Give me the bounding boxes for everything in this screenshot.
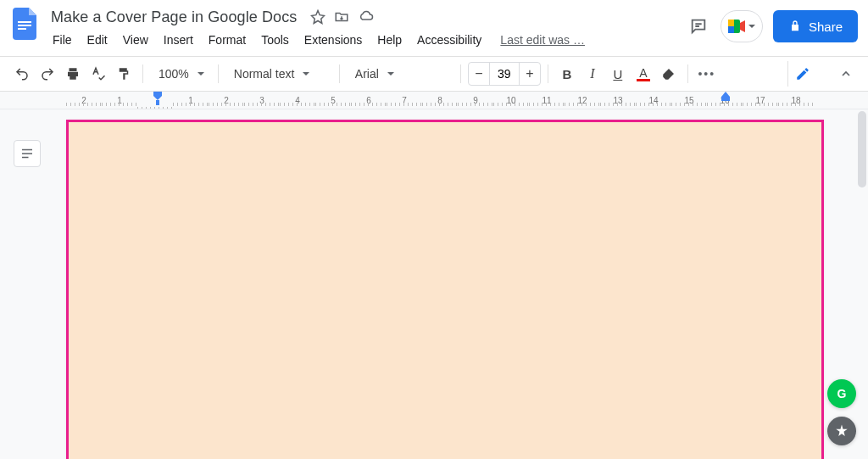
ruler-tick: 15 [671,96,707,105]
svg-rect-5 [728,26,734,33]
toolbar: 100% Normal text Arial − + B I U A ••• [0,57,868,92]
ruler-tick: 14 [636,96,671,105]
chevron-down-icon [748,25,755,28]
redo-button[interactable] [36,62,59,86]
ruler-tick: 2 [209,96,244,105]
svg-rect-2 [18,28,26,30]
bold-button[interactable]: B [555,62,579,86]
ruler-tick: 13 [600,96,636,105]
more-toolbar-button[interactable]: ••• [695,62,719,86]
ruler-tick: 10 [493,96,529,105]
font-size-input[interactable] [489,63,520,85]
star-icon[interactable] [310,9,326,25]
ruler-tick: 8 [422,96,458,105]
menu-accessibility[interactable]: Accessibility [410,30,488,50]
ruler-tick: 17 [743,96,778,105]
left-indent-marker[interactable] [153,92,163,105]
spellcheck-button[interactable] [86,62,110,86]
collapse-toolbar-button[interactable] [834,62,858,86]
menu-format[interactable]: Format [202,30,253,50]
menu-view[interactable]: View [116,30,155,50]
horizontal-ruler[interactable]: 21123456789101112131415161718 [0,92,868,109]
pencil-icon [795,66,810,81]
document-title[interactable]: Make a Cover Page in Google Docs [46,7,302,28]
share-button[interactable]: Share [773,10,858,42]
font-size-increase[interactable]: + [520,63,540,85]
paint-format-button[interactable] [112,62,136,86]
lock-icon [788,20,802,33]
scrollbar-thumb[interactable] [858,111,866,188]
menu-file[interactable]: File [46,30,79,50]
paragraph-style-select[interactable]: Normal text [225,62,332,86]
svg-rect-6 [156,100,159,105]
menu-tools[interactable]: Tools [254,30,296,50]
meet-button[interactable] [721,10,763,42]
italic-button[interactable]: I [581,62,604,86]
ruler-tick: 1 [173,96,209,105]
underline-button[interactable]: U [606,62,630,86]
ruler-tick: 7 [387,96,422,105]
chevron-down-icon [303,72,309,76]
ruler-tick: 5 [315,96,351,105]
ruler-tick: 6 [351,96,387,105]
menu-help[interactable]: Help [370,30,409,50]
font-size-decrease[interactable]: − [469,63,489,85]
highlight-button[interactable] [657,62,681,86]
menu-insert[interactable]: Insert [157,30,200,50]
page-canvas[interactable] [66,120,824,459]
vertical-scrollbar[interactable] [856,109,866,459]
cloud-status-icon[interactable] [358,9,375,25]
svg-rect-0 [18,21,31,23]
svg-rect-1 [18,25,31,26]
grammarly-button[interactable]: G [827,379,856,408]
text-color-button[interactable]: A [632,62,655,86]
right-indent-marker[interactable] [721,92,731,102]
zoom-select[interactable]: 100% [150,62,211,86]
font-size-stepper: − + [468,62,541,86]
chevron-down-icon [198,72,204,76]
comments-icon[interactable] [687,14,710,38]
svg-rect-4 [728,20,734,26]
ruler-tick: 1 [102,96,137,105]
ruler-tick: 12 [565,96,600,105]
last-edit-link[interactable]: Last edit was … [500,33,585,47]
docs-logo-icon[interactable] [10,8,41,39]
ruler-tick: 11 [529,96,565,105]
ruler-tick: 4 [280,96,315,105]
chevron-down-icon [387,72,394,76]
undo-button[interactable] [10,62,34,86]
menu-edit[interactable]: Edit [81,30,114,50]
ruler-tick: 2 [66,96,102,105]
ruler-tick: 18 [778,96,814,105]
share-label: Share [809,20,843,34]
move-icon[interactable] [334,9,349,25]
explore-button[interactable] [827,417,856,445]
editing-mode-button[interactable] [787,61,821,87]
menu-extensions[interactable]: Extensions [298,30,369,50]
ruler-tick: 3 [244,96,280,105]
print-button[interactable] [61,62,85,86]
show-outline-button[interactable] [14,140,41,167]
font-select[interactable]: Arial [347,62,453,86]
ruler-tick: 9 [458,96,493,105]
